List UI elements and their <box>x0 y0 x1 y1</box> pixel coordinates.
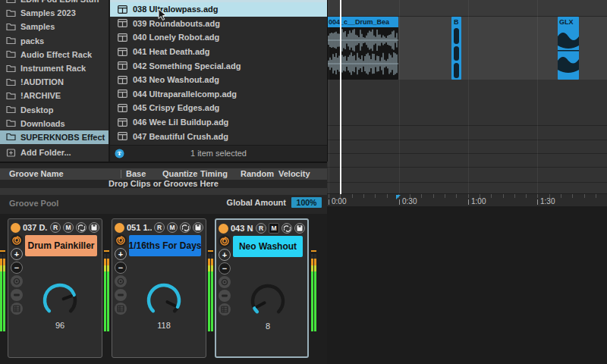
groove-empty-row <box>0 188 327 195</box>
ruler-label: 0:30 <box>399 197 417 206</box>
file-name: 039 Roundabouts.adg <box>133 19 220 28</box>
file-item[interactable]: 047 Beautiful Crush.adg <box>110 129 327 143</box>
ableton-live-window: 004_c__Drum_Bea B <box>0 0 607 364</box>
lens-button[interactable] <box>219 276 231 288</box>
global-amount-slider[interactable]: 100% <box>291 197 322 208</box>
sidebar-item-label: Audio Effect Rack <box>20 50 92 59</box>
audio-clip-drum-beat[interactable]: 004_c__Drum_Bea <box>327 17 398 80</box>
folder-icon <box>6 119 16 127</box>
file-name: 045 Crispy Edges.adg <box>133 103 219 112</box>
sidebar-item[interactable]: Samples 2023 <box>0 6 109 20</box>
file-item[interactable]: 040 Lonely Robot.adg <box>110 30 327 45</box>
file-item[interactable]: 044 Ultraparallelcomp.adg <box>110 87 327 102</box>
sidebar-item[interactable]: packs <box>0 34 109 48</box>
file-item[interactable]: 042 Something Special.adg <box>110 58 327 73</box>
sidebar-item[interactable]: !AUDITION <box>0 75 109 89</box>
sidebar-item[interactable]: EDM Pod EDM Stuff <box>0 0 109 6</box>
loop-marker[interactable] <box>396 195 401 199</box>
sidebar-item[interactable]: Audio Effect Rack <box>0 48 109 61</box>
rack-icon <box>118 61 127 70</box>
hot-swap-icon[interactable] <box>76 222 86 233</box>
hot-swap-icon[interactable] <box>180 222 190 233</box>
audio-clip-b[interactable]: B <box>451 17 461 80</box>
save-preset-icon[interactable] <box>294 223 305 234</box>
remove-button[interactable]: − <box>11 262 23 274</box>
file-name: 041 Heat Death.adg <box>133 47 209 56</box>
collapse-button[interactable] <box>11 289 23 301</box>
macro-name-display: Neo Washout <box>233 236 303 257</box>
remove-button[interactable]: − <box>219 262 231 275</box>
macro-knob[interactable] <box>143 280 184 321</box>
remove-button[interactable]: − <box>115 262 127 274</box>
rack-header-title: 043 N... <box>231 224 253 233</box>
waveform <box>451 27 461 80</box>
lens-button[interactable] <box>11 275 23 287</box>
folder-icon <box>6 92 16 100</box>
file-item[interactable]: 039 Roundabouts.adg <box>110 17 327 31</box>
file-item-selected[interactable]: 038 Ultralowpass.adg <box>110 2 327 17</box>
save-preset-icon[interactable] <box>193 222 203 233</box>
mute-button[interactable]: M <box>167 222 178 233</box>
record-button[interactable]: R <box>50 222 61 233</box>
grid-view-button[interactable] <box>219 303 231 315</box>
clip-title: 004_c__Drum_Bea <box>327 17 398 27</box>
add-folder-label: Add Folder... <box>20 148 71 157</box>
file-item[interactable]: 043 Neo Washout.adg <box>110 73 327 87</box>
collapse-button[interactable] <box>219 290 231 302</box>
file-name: 047 Beautiful Crush.adg <box>133 132 228 141</box>
col-random: Random <box>241 169 274 178</box>
record-button[interactable]: R <box>256 223 266 234</box>
audio-clip-glx[interactable]: GLX <box>558 17 579 80</box>
collapse-button[interactable] <box>115 289 127 301</box>
superknob-map-icon[interactable] <box>115 234 127 246</box>
arrangement-clip-lane: 004_c__Drum_Bea B <box>327 17 607 80</box>
save-preset-icon[interactable] <box>89 222 99 233</box>
add-folder-button[interactable]: Add Folder... <box>0 146 109 159</box>
record-button[interactable]: R <box>154 222 165 233</box>
file-item[interactable]: 046 Wee Lil Buildup.adg <box>110 115 327 130</box>
rack-icon <box>118 76 127 84</box>
sidebar-item[interactable]: Desktop <box>0 103 109 117</box>
file-item[interactable]: 045 Crispy Edges.adg <box>110 101 327 115</box>
sidebar-item[interactable]: Downloads <box>0 117 109 130</box>
device-activator[interactable] <box>11 223 20 233</box>
groove-drop-zone[interactable]: Drop Clips or Grooves Here <box>0 179 327 188</box>
grid-view-button[interactable] <box>115 303 127 315</box>
sidebar-item-label: !AUDITION <box>20 77 64 86</box>
device-rack-panel-selected: 043 N... R M + − Ne <box>215 218 309 358</box>
sidebar-item-selected[interactable]: SUPERKNOBS Effect <box>0 130 109 144</box>
folder-icon <box>6 133 16 141</box>
superknob-map-icon[interactable] <box>11 234 23 246</box>
lens-button[interactable] <box>115 275 127 287</box>
rack-icon <box>118 19 127 27</box>
sidebar-item-label: packs <box>20 36 44 46</box>
ruler-label: 0:00 <box>329 197 346 206</box>
rack-icon <box>118 118 127 127</box>
browser-sidebar: EDM Pod EDM Stuff Samples 2023 Samples p… <box>0 0 110 162</box>
rack-icon <box>118 5 127 14</box>
macro-knob[interactable] <box>247 281 288 322</box>
add-button[interactable]: + <box>115 248 127 260</box>
rack-header-title: 051 1... <box>127 223 152 232</box>
sidebar-item-label: Samples 2023 <box>20 8 76 17</box>
file-item[interactable]: 041 Heat Death.adg <box>110 45 327 59</box>
add-button[interactable]: + <box>219 249 231 261</box>
sidebar-item[interactable]: Samples <box>0 20 109 33</box>
device-activator[interactable] <box>219 224 228 234</box>
time-ruler[interactable]: 0:00 0:30 1:00 1:30 <box>327 193 607 207</box>
sidebar-item[interactable]: !ARCHIVE <box>0 89 109 102</box>
rack-icon <box>118 104 127 112</box>
device-activator[interactable] <box>115 223 124 233</box>
macro-knob[interactable] <box>39 280 80 321</box>
mute-button[interactable]: M <box>269 223 279 234</box>
sidebar-item[interactable]: Instrument Rack <box>0 61 109 75</box>
folder-icon <box>6 64 16 73</box>
add-button[interactable]: + <box>11 248 23 260</box>
hot-swap-icon[interactable] <box>281 223 292 234</box>
grid-view-button[interactable] <box>11 303 23 315</box>
col-base: Base <box>126 169 146 178</box>
superknob-map-icon[interactable] <box>219 235 231 247</box>
clip-title: B <box>451 17 461 27</box>
mute-button[interactable]: M <box>63 222 74 233</box>
column-separator <box>121 170 121 178</box>
